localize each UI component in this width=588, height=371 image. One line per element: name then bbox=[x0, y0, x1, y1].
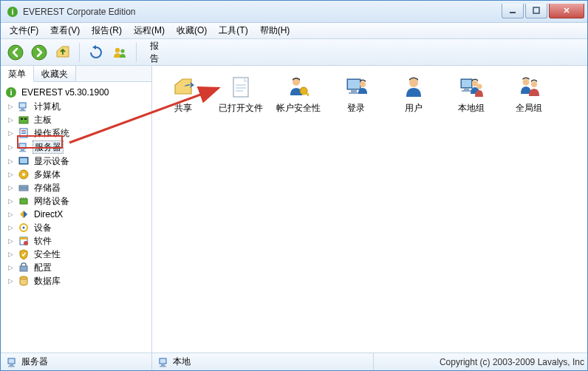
svg-point-59 bbox=[531, 81, 537, 87]
expand-icon[interactable]: ▷ bbox=[7, 251, 15, 259]
info-icon: i bbox=[5, 86, 17, 98]
tree-root[interactable]: i EVEREST v5.30.1900 bbox=[2, 85, 150, 100]
close-button[interactable] bbox=[549, 4, 584, 18]
server-icon bbox=[7, 356, 18, 368]
svg-rect-26 bbox=[20, 158, 27, 163]
refresh-button[interactable] bbox=[86, 42, 106, 63]
tree-item-icon bbox=[18, 222, 30, 234]
computer-icon bbox=[158, 356, 170, 368]
expand-icon[interactable]: ▷ bbox=[7, 116, 15, 124]
expand-icon[interactable]: ▷ bbox=[7, 211, 15, 219]
status-left: 服务器 bbox=[1, 353, 152, 370]
users-button[interactable] bbox=[109, 42, 130, 63]
svg-rect-2 bbox=[510, 12, 516, 13]
content-item[interactable]: 本地组 bbox=[445, 72, 498, 116]
tree-item[interactable]: ▷网络设备 bbox=[2, 194, 150, 208]
tab-favorites[interactable]: 收藏夹 bbox=[34, 66, 76, 81]
menu-favorites[interactable]: 收藏(O) bbox=[171, 23, 213, 38]
tree-item[interactable]: ▷安全性 bbox=[2, 248, 150, 261]
content-item[interactable]: 帐户安全性 bbox=[272, 72, 325, 116]
content-item[interactable]: 共享 bbox=[157, 72, 210, 116]
content-item-label: 已打开文件 bbox=[219, 103, 263, 113]
tree-item[interactable]: ▷配置 bbox=[2, 261, 150, 274]
back-button[interactable] bbox=[5, 42, 26, 63]
expand-icon[interactable]: ▷ bbox=[7, 197, 15, 205]
svg-rect-16 bbox=[21, 118, 23, 120]
maximize-button[interactable] bbox=[525, 4, 547, 18]
account-security-icon bbox=[286, 75, 311, 100]
forward-button[interactable] bbox=[29, 42, 49, 63]
tree-item[interactable]: ▷软件 bbox=[2, 234, 150, 248]
expand-icon[interactable]: ▷ bbox=[7, 143, 15, 152]
left-tabs: 菜单 收藏夹 bbox=[1, 66, 151, 82]
svg-point-28 bbox=[22, 173, 25, 176]
tree-item-icon bbox=[18, 208, 30, 220]
expand-icon[interactable]: ▷ bbox=[7, 103, 15, 111]
svg-rect-54 bbox=[464, 89, 469, 90]
expand-icon[interactable]: ▷ bbox=[7, 264, 15, 272]
tree-item[interactable]: ▷数据库 bbox=[2, 274, 150, 287]
expand-icon[interactable]: ▷ bbox=[7, 277, 15, 285]
tree-item[interactable]: ▷操作系统 bbox=[2, 126, 150, 140]
left-panel: 菜单 收藏夹 i EVEREST v5.30.1900 ▷计算机▷主板▷操作系统… bbox=[1, 66, 152, 353]
svg-rect-36 bbox=[20, 237, 27, 239]
svg-point-57 bbox=[477, 84, 482, 89]
svg-rect-45 bbox=[307, 93, 309, 96]
svg-rect-22 bbox=[19, 143, 26, 149]
svg-rect-14 bbox=[19, 110, 26, 112]
content-item-label: 帐户安全性 bbox=[276, 103, 321, 113]
status-mid: 本地 bbox=[152, 353, 374, 370]
svg-point-31 bbox=[21, 186, 22, 188]
expand-icon[interactable]: ▷ bbox=[7, 237, 15, 245]
up-button[interactable] bbox=[52, 42, 73, 63]
svg-point-4 bbox=[8, 45, 23, 60]
expand-icon[interactable]: ▷ bbox=[7, 157, 15, 166]
expand-icon[interactable]: ▷ bbox=[7, 171, 15, 179]
tree-item[interactable]: ▷计算机 bbox=[2, 100, 150, 113]
tree-item[interactable]: ▷设备 bbox=[2, 221, 150, 234]
tree-item[interactable]: ▷服务器 bbox=[2, 140, 150, 154]
svg-rect-49 bbox=[349, 92, 359, 94]
tree-item[interactable]: ▷存储器 bbox=[2, 181, 150, 194]
svg-rect-12 bbox=[19, 103, 26, 108]
svg-rect-19 bbox=[21, 130, 26, 131]
tree-item-icon bbox=[18, 195, 30, 207]
report-button[interactable]: 报告 bbox=[143, 42, 163, 63]
menu-report[interactable]: 报告(R) bbox=[86, 23, 128, 38]
content-item[interactable]: 登录 bbox=[329, 72, 383, 116]
copyright: Copyright (c) 2003-2009 Lavalys, Inc bbox=[440, 357, 587, 367]
svg-rect-60 bbox=[8, 358, 15, 364]
tree[interactable]: i EVEREST v5.30.1900 ▷计算机▷主板▷操作系统▷服务器▷显示… bbox=[1, 82, 151, 353]
tree-item-icon bbox=[18, 114, 30, 126]
expand-icon[interactable]: ▷ bbox=[7, 184, 15, 192]
tree-item[interactable]: ▷主板 bbox=[2, 113, 150, 126]
menu-view[interactable]: 查看(V) bbox=[44, 23, 86, 38]
svg-point-5 bbox=[32, 45, 47, 60]
svg-rect-21 bbox=[21, 133, 26, 134]
menu-file[interactable]: 文件(F) bbox=[4, 23, 44, 38]
svg-text:i: i bbox=[11, 7, 13, 16]
app-icon: i bbox=[7, 6, 18, 18]
menubar: 文件(F) 查看(V) 报告(R) 远程(M) 收藏(O) 工具(T) 帮助(H… bbox=[1, 23, 587, 39]
menu-tools[interactable]: 工具(T) bbox=[213, 23, 253, 38]
tree-item-label: 网络设备 bbox=[33, 195, 71, 207]
report-button-label: 报告 bbox=[150, 40, 159, 65]
content-item-label: 登录 bbox=[347, 103, 365, 113]
tree-item-icon bbox=[18, 155, 30, 167]
menu-remote[interactable]: 远程(M) bbox=[128, 23, 171, 38]
tree-item[interactable]: ▷显示设备 bbox=[2, 154, 150, 168]
tree-item[interactable]: ▷DirectX bbox=[2, 208, 150, 221]
svg-point-34 bbox=[23, 227, 25, 229]
content-item[interactable]: 用户 bbox=[387, 72, 440, 116]
tree-item[interactable]: ▷多媒体 bbox=[2, 168, 150, 181]
content-item[interactable]: 全局组 bbox=[502, 72, 555, 116]
minimize-button[interactable] bbox=[502, 4, 524, 18]
expand-icon[interactable]: ▷ bbox=[7, 129, 15, 137]
tree-item-icon bbox=[18, 182, 30, 194]
window-buttons bbox=[502, 4, 584, 20]
tab-menu[interactable]: 菜单 bbox=[1, 66, 34, 82]
content-item[interactable]: 已打开文件 bbox=[214, 72, 267, 116]
expand-icon[interactable]: ▷ bbox=[7, 224, 15, 232]
statusbar: 服务器 本地 Copyright (c) 2003-2009 Lavalys, … bbox=[1, 353, 587, 370]
menu-help[interactable]: 帮助(H) bbox=[254, 23, 296, 38]
